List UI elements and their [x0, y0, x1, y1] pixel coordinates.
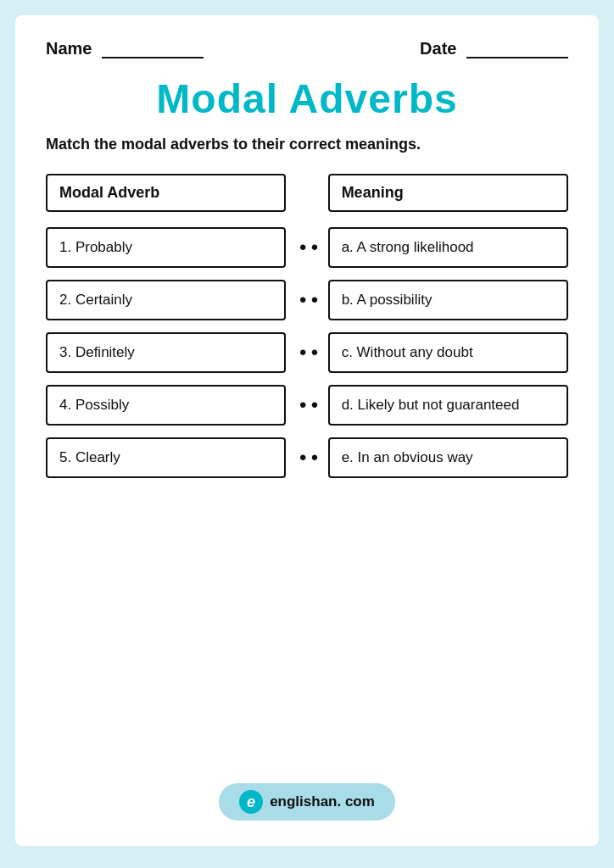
page: Name Date Modal Adverbs Match the modal …: [15, 15, 599, 846]
list-item: a. A strong likelihood: [328, 227, 568, 268]
matching-columns: Modal Adverb 1. Probably 2. Certainly 3.…: [46, 174, 568, 746]
footer-text: englishan. com: [270, 793, 375, 810]
list-item: b. A possibility: [328, 280, 568, 320]
left-column-header: Modal Adverb: [46, 174, 286, 212]
left-column: Modal Adverb 1. Probably 2. Certainly 3.…: [46, 174, 286, 478]
footer-badge: e englishan. com: [219, 783, 395, 821]
list-item: c. Without any doubt: [328, 332, 568, 373]
date-field: Date: [420, 39, 568, 58]
name-label: Name: [46, 39, 92, 58]
page-title: Modal Adverbs: [46, 75, 568, 122]
right-column: Meaning a. A strong likelihood b. A poss…: [328, 174, 568, 478]
header-row: Name Date: [46, 39, 568, 58]
name-field: Name: [46, 39, 204, 58]
list-item: e. In an obvious way: [328, 437, 568, 478]
date-underline[interactable]: [466, 57, 568, 58]
footer: e englishan. com: [46, 771, 568, 821]
list-item: d. Likely but not guaranteed: [328, 385, 568, 426]
name-underline[interactable]: [102, 57, 204, 58]
date-label: Date: [420, 39, 456, 58]
list-item: 3. Definitely: [46, 332, 286, 373]
list-item: 1. Probably: [46, 227, 286, 268]
footer-logo-letter: e: [247, 793, 255, 811]
list-item: 4. Possibly: [46, 385, 286, 426]
list-item: 5. Clearly: [46, 437, 286, 478]
footer-logo-icon: e: [239, 790, 263, 814]
instruction-text: Match the modal adverbs to their correct…: [46, 136, 568, 153]
right-column-header: Meaning: [328, 174, 568, 212]
list-item: 2. Certainly: [46, 280, 286, 320]
